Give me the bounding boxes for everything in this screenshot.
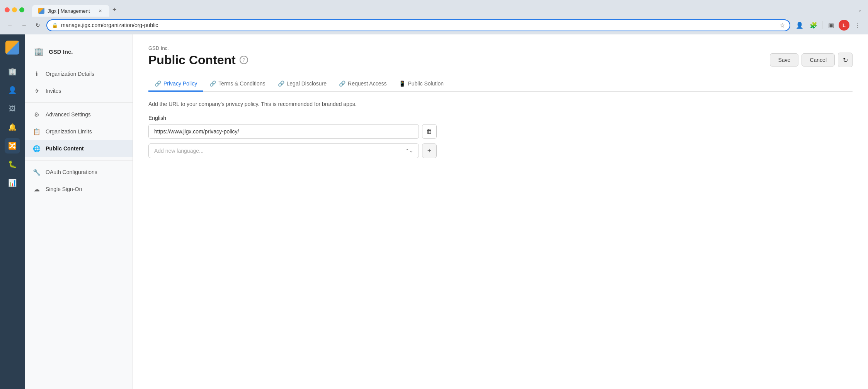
rail-icon-debug[interactable]: 🐛	[5, 157, 20, 172]
page-org-label: GSD Inc.	[148, 45, 853, 51]
tab-label-legal-disclosure: Legal Disclosure	[287, 80, 327, 87]
sidebar-toggle[interactable]: ▣	[825, 19, 837, 31]
tab-icon-legal-disclosure: 🔗	[278, 80, 284, 87]
rail-icon-users[interactable]: 👤	[5, 82, 20, 98]
app-container: 🏢 👤 🖼 🔔 🔀 🐛 📊 🏢 GSD Inc. ℹ Organization …	[0, 34, 868, 389]
sidebar-item-org-details[interactable]: ℹ Organization Details	[25, 65, 133, 82]
bookmark-star-icon[interactable]: ☆	[779, 22, 785, 29]
tab-title: Jigx | Management	[48, 8, 94, 14]
plus-icon: +	[427, 147, 432, 155]
page-title-row: Public Content ? Save Cancel ↻	[148, 53, 853, 67]
help-icon[interactable]: ?	[240, 56, 248, 64]
sidebar-item-invites[interactable]: ✈ Invites	[25, 82, 133, 99]
add-language-button[interactable]: +	[422, 143, 437, 158]
section-description: Add the URL to your company's privacy po…	[148, 101, 853, 107]
tab-label-request-access: Request Access	[348, 80, 386, 87]
forward-button[interactable]: →	[19, 20, 29, 31]
refresh-button[interactable]: ↻	[838, 53, 853, 67]
profile-icon[interactable]: 👤	[793, 19, 806, 31]
url-input-row: 🗑	[148, 124, 853, 139]
sidebar-org-name: GSD Inc.	[49, 48, 73, 55]
privacy-policy-url-input[interactable]	[148, 124, 419, 139]
browser-toolbar: ← → ↻ 🔒 ☆ 👤 🧩 ▣ L ⋮	[0, 17, 868, 34]
toolbar-icons: 👤 🧩 ▣ L ⋮	[793, 19, 863, 31]
sidebar-icon-oauth: 🔧	[32, 168, 41, 176]
add-language-select[interactable]: Add new language... ⌃⌄	[148, 143, 419, 158]
sidebar-item-advanced-settings[interactable]: ⚙ Advanced Settings	[25, 106, 133, 123]
browser-tabs: Jigx | Management ✕ +	[32, 3, 853, 17]
tab-request-access[interactable]: 🔗 Request Access	[333, 77, 393, 92]
tab-icon-request-access: 🔗	[339, 80, 345, 87]
sidebar-label-sso: Single Sign-On	[46, 186, 82, 192]
english-field-label: English	[148, 115, 853, 121]
minimize-traffic-light[interactable]	[12, 7, 17, 12]
sidebar-icon-sso: ☁	[32, 185, 41, 193]
sidebar-icon-advanced-settings: ⚙	[32, 110, 41, 119]
reload-button[interactable]: ↻	[32, 20, 43, 31]
rail-icon-media[interactable]: 🖼	[5, 101, 20, 116]
tab-favicon	[38, 8, 44, 14]
browser-chrome: Jigx | Management ✕ + ⌄ ← → ↻ 🔒 ☆ 👤 🧩 ▣ …	[0, 0, 868, 34]
tab-icon-public-solution: 📱	[399, 80, 405, 87]
tab-icon-terms-conditions: 🔗	[209, 80, 216, 87]
chevron-down-icon: ⌃⌄	[405, 148, 413, 154]
tab-label-public-solution: Public Solution	[408, 80, 444, 87]
org-icon: 🏢	[32, 45, 45, 58]
address-input[interactable]	[61, 22, 776, 28]
sidebar-label-org-details: Organization Details	[46, 71, 94, 77]
sidebar-item-public-content[interactable]: 🌐 Public Content	[25, 140, 133, 157]
sidebar-icon-org-limits: 📋	[32, 127, 41, 136]
sidebar-icon-invites: ✈	[32, 87, 41, 95]
add-language-placeholder: Add new language...	[154, 148, 204, 154]
traffic-lights	[5, 7, 24, 12]
active-tab[interactable]: Jigx | Management ✕	[32, 5, 109, 17]
sidebar-label-advanced-settings: Advanced Settings	[46, 111, 91, 118]
rail-icon-org[interactable]: 🏢	[5, 64, 20, 79]
sidebar-label-oauth: OAuth Configurations	[46, 169, 97, 175]
trash-icon: 🗑	[426, 128, 432, 135]
sidebar-divider-1	[25, 102, 133, 103]
sidebar-label-public-content: Public Content	[46, 145, 84, 152]
tab-legal-disclosure[interactable]: 🔗 Legal Disclosure	[272, 77, 333, 92]
tab-public-solution[interactable]: 📱 Public Solution	[393, 77, 450, 92]
sidebar-item-oauth[interactable]: 🔧 OAuth Configurations	[25, 164, 133, 181]
app-logo[interactable]	[5, 41, 19, 55]
sidebar: 🏢 GSD Inc. ℹ Organization Details ✈ Invi…	[25, 34, 133, 389]
nav-rail: 🏢 👤 🖼 🔔 🔀 🐛 📊	[0, 34, 25, 389]
maximize-traffic-light[interactable]	[19, 7, 24, 12]
sidebar-icon-org-details: ℹ	[32, 70, 41, 78]
address-security-icon: 🔒	[52, 22, 58, 28]
extensions-icon[interactable]: 🧩	[807, 19, 820, 31]
add-language-row: Add new language... ⌃⌄ +	[148, 143, 853, 158]
rail-icon-notifications[interactable]: 🔔	[5, 119, 20, 135]
action-buttons: Save Cancel ↻	[770, 53, 853, 67]
close-traffic-light[interactable]	[5, 7, 10, 12]
tab-close-button[interactable]: ✕	[97, 8, 103, 14]
new-tab-button[interactable]: +	[109, 3, 120, 17]
tabs-row: 🔗 Privacy Policy 🔗 Terms & Conditions 🔗 …	[148, 77, 853, 92]
user-avatar[interactable]: L	[839, 20, 849, 31]
main-panel: GSD Inc. Public Content ? Save Cancel ↻ …	[133, 34, 868, 389]
sidebar-item-sso[interactable]: ☁ Single Sign-On	[25, 181, 133, 198]
delete-url-button[interactable]: 🗑	[422, 124, 437, 139]
rail-icon-hierarchy[interactable]: 🔀	[5, 138, 20, 154]
sidebar-icon-public-content: 🌐	[32, 144, 41, 153]
tab-icon-privacy-policy: 🔗	[155, 80, 161, 87]
sidebar-label-invites: Invites	[46, 88, 61, 94]
tab-label-terms-conditions: Terms & Conditions	[218, 80, 265, 87]
back-button[interactable]: ←	[5, 20, 15, 31]
address-bar[interactable]: 🔒 ☆	[46, 19, 790, 31]
page-title: Public Content	[148, 53, 236, 67]
tab-content: Add the URL to your company's privacy po…	[148, 101, 853, 158]
cancel-button[interactable]: Cancel	[802, 53, 835, 67]
sidebar-divider-2	[25, 160, 133, 160]
rail-icon-analytics[interactable]: 📊	[5, 175, 20, 191]
sidebar-item-org-limits[interactable]: 📋 Organization Limits	[25, 123, 133, 140]
sidebar-label-org-limits: Organization Limits	[46, 128, 92, 135]
save-button[interactable]: Save	[770, 53, 798, 67]
tab-privacy-policy[interactable]: 🔗 Privacy Policy	[148, 77, 203, 92]
browser-expand-icon[interactable]: ⌄	[856, 6, 863, 14]
menu-button[interactable]: ⋮	[851, 19, 863, 31]
tab-label-privacy-policy: Privacy Policy	[163, 80, 197, 87]
tab-terms-conditions[interactable]: 🔗 Terms & Conditions	[203, 77, 271, 92]
